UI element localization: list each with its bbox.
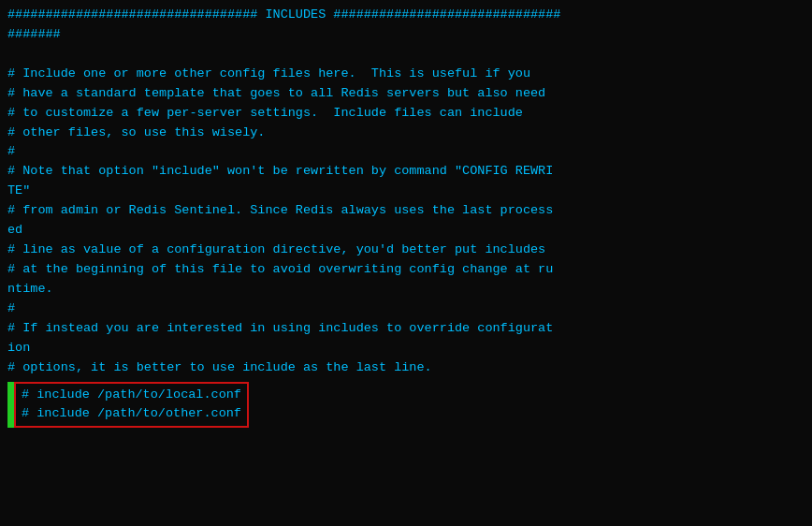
comment-line-9: # Note that option "include" won't be re… — [7, 162, 805, 182]
comment-line-18: ion — [7, 339, 805, 358]
terminal-window: ################################# INCLUD… — [0, 0, 812, 526]
include-section: # include /path/to/local.conf # include … — [7, 382, 805, 429]
comment-line-7: # other files, so use this wisely. — [7, 124, 805, 143]
comment-line-17: # If instead you are interested in using… — [7, 319, 805, 339]
comment-line-19: # options, it is better to use include a… — [7, 358, 805, 378]
blank-line-1 — [7, 45, 805, 65]
green-marker-bar — [7, 382, 14, 429]
comment-line-6: # to customize a few per-server settings… — [7, 104, 805, 124]
include-box: # include /path/to/local.conf # include … — [14, 382, 249, 429]
comment-line-5: # have a standard template that goes to … — [7, 84, 805, 104]
comment-line-15: ntime. — [7, 280, 805, 300]
comment-line-4: # Include one or more other config files… — [7, 65, 805, 84]
comment-line-10: TE" — [7, 182, 805, 201]
comment-line-11: # from admin or Redis Sentinel. Since Re… — [7, 201, 805, 221]
include-line-2: # include /path/to/other.conf — [22, 404, 241, 424]
include-line-1: # include /path/to/local.conf — [22, 386, 241, 405]
header-line-2: ####### — [7, 25, 805, 45]
header-line-1: ################################# INCLUD… — [7, 6, 805, 25]
comment-line-13: # line as value of a configuration direc… — [7, 241, 805, 260]
comment-line-8: # — [7, 142, 805, 162]
comment-line-12: ed — [7, 221, 805, 241]
comment-line-14: # at the beginning of this file to avoid… — [7, 260, 805, 280]
comment-line-16: # — [7, 300, 805, 319]
